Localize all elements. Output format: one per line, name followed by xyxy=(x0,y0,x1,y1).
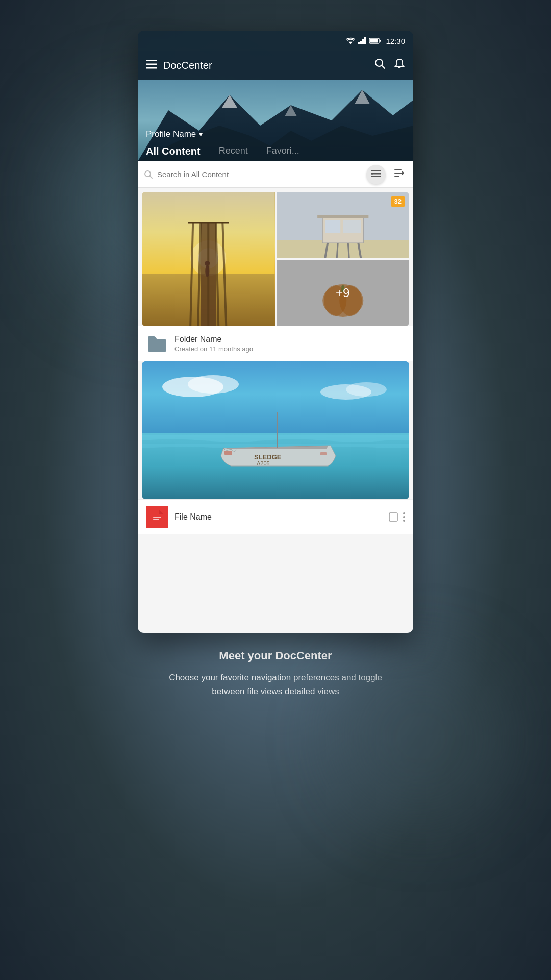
phone-screen: 12:30 DocCenter xyxy=(138,31,413,633)
tab-recent[interactable]: Recent xyxy=(219,141,256,161)
svg-point-42 xyxy=(205,265,209,277)
svg-rect-25 xyxy=(371,173,373,174)
tab-favorites[interactable]: Favori... xyxy=(266,141,308,161)
svg-rect-47 xyxy=(325,220,340,233)
svg-rect-7 xyxy=(380,40,381,42)
wifi-icon xyxy=(346,37,355,44)
svg-point-76 xyxy=(403,520,405,522)
list-view-button[interactable] xyxy=(366,165,386,184)
svg-rect-4 xyxy=(364,37,366,44)
profile-name[interactable]: Profile Name xyxy=(146,129,196,139)
svg-rect-8 xyxy=(146,60,157,61)
app-title: DocCenter xyxy=(163,60,368,71)
svg-marker-0 xyxy=(349,42,353,44)
svg-line-20 xyxy=(150,176,153,178)
hero-section: Profile Name ▾ All Content Recent Favori… xyxy=(138,80,413,161)
profile-chevron-icon[interactable]: ▾ xyxy=(199,130,203,138)
lifeguard-photo[interactable]: 32 xyxy=(277,192,410,258)
svg-point-75 xyxy=(403,516,405,518)
svg-point-43 xyxy=(205,261,210,266)
search-bar xyxy=(138,161,413,188)
svg-line-51 xyxy=(337,243,338,258)
svg-rect-41 xyxy=(201,274,216,326)
folder-icon-wrap xyxy=(146,332,168,355)
svg-rect-72 xyxy=(153,519,159,520)
folder-name: Folder Name xyxy=(174,335,405,344)
svg-line-52 xyxy=(348,243,349,258)
svg-rect-3 xyxy=(362,39,364,44)
pumpkin-photo[interactable]: +9 xyxy=(277,260,410,326)
overflow-overlay: +9 xyxy=(277,260,410,326)
promo-title: Meet your DocCenter xyxy=(158,649,393,663)
search-field-icon xyxy=(144,170,153,179)
content-area: 32 +9 xyxy=(138,161,413,633)
file-name: File Name xyxy=(174,512,383,522)
notification-icon[interactable] xyxy=(394,58,405,72)
signal-icon xyxy=(358,37,366,44)
tab-all-content[interactable]: All Content xyxy=(146,141,209,161)
svg-rect-48 xyxy=(343,220,361,233)
svg-rect-6 xyxy=(370,39,378,43)
photo-grid: 32 +9 xyxy=(142,192,409,326)
folder-item[interactable]: Folder Name Created on 11 months ago xyxy=(138,326,413,361)
pier-photo[interactable] xyxy=(142,192,275,326)
status-time: 12:30 xyxy=(386,37,405,45)
svg-point-74 xyxy=(403,512,405,514)
svg-text:A205: A205 xyxy=(257,460,270,467)
svg-point-64 xyxy=(346,382,387,397)
svg-rect-71 xyxy=(153,517,161,518)
svg-rect-26 xyxy=(371,176,373,177)
file-info: File Name xyxy=(174,512,383,522)
search-input[interactable] xyxy=(157,170,362,179)
file-icon xyxy=(146,506,168,528)
svg-rect-10 xyxy=(146,67,157,69)
svg-rect-60 xyxy=(142,361,409,443)
svg-rect-2 xyxy=(360,41,362,44)
svg-text:SLEDGE: SLEDGE xyxy=(254,453,282,461)
svg-marker-53 xyxy=(317,215,368,218)
file-option-1-icon[interactable] xyxy=(389,512,398,522)
app-header: DocCenter xyxy=(138,51,413,80)
svg-rect-69 xyxy=(224,451,232,455)
svg-rect-73 xyxy=(389,513,397,521)
promo-description: Choose your favorite navigation preferen… xyxy=(158,671,393,698)
battery-icon xyxy=(369,38,381,44)
folder-info: Folder Name Created on 11 months ago xyxy=(174,335,405,353)
promo-section: Meet your DocCenter Choose your favorite… xyxy=(138,633,413,715)
svg-point-62 xyxy=(188,375,239,394)
folder-meta: Created on 11 months ago xyxy=(174,345,405,353)
svg-rect-70 xyxy=(320,452,327,455)
svg-line-12 xyxy=(382,65,385,68)
file-option-2-icon[interactable] xyxy=(403,512,405,522)
boat-image[interactable]: SLEDGE A205 xyxy=(142,361,409,499)
search-icon[interactable] xyxy=(374,58,386,72)
overflow-count: +9 xyxy=(336,286,349,300)
sort-button[interactable] xyxy=(391,165,407,181)
file-item[interactable]: File Name xyxy=(138,499,413,534)
photo-badge: 32 xyxy=(391,196,405,207)
status-bar: 12:30 xyxy=(138,31,413,51)
svg-rect-1 xyxy=(358,42,360,44)
svg-rect-24 xyxy=(371,170,373,172)
svg-rect-9 xyxy=(146,64,157,65)
folder-icon xyxy=(147,334,167,353)
menu-icon[interactable] xyxy=(146,59,157,72)
